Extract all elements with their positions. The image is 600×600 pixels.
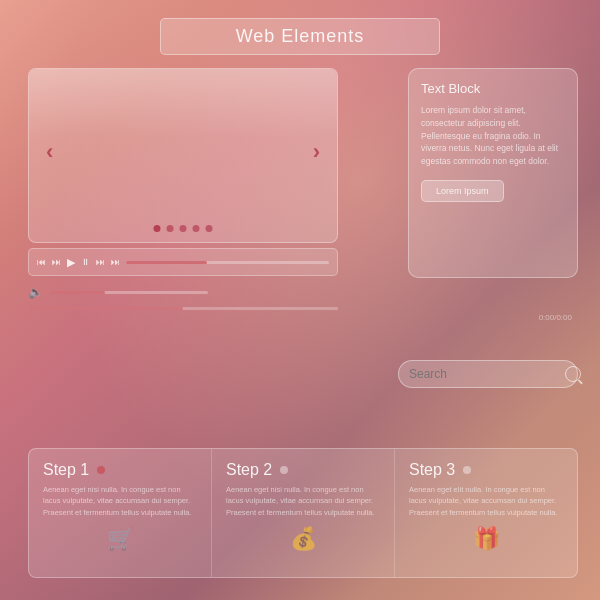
step-1-title: Step 1 (43, 461, 197, 479)
step-2-title: Step 2 (226, 461, 380, 479)
media-play-button[interactable]: ▶ (67, 256, 75, 269)
step-3-column: Step 3 Aenean eget elit nulla. In congue… (395, 449, 577, 577)
slide-dot-4[interactable] (193, 225, 200, 232)
media-skip-button[interactable]: ⏭ (111, 257, 120, 267)
volume-fill (50, 291, 105, 294)
slide-dot-3[interactable] (180, 225, 187, 232)
text-block-panel: Text Block Lorem ipsum dolor sit amet, c… (408, 68, 578, 278)
step-1-description: Aenean eget nisi nulla. In congue est no… (43, 484, 197, 518)
step-2-dot (280, 466, 288, 474)
text-block-title: Text Block (421, 81, 565, 96)
timeline-fill (28, 307, 183, 310)
volume-icon: 🔈 (28, 285, 43, 299)
media-next-button[interactable]: ⏭ (96, 257, 105, 267)
background: Web Elements ‹ › ⏮ ⏭ ▶ ⏸ ⏭ ⏭ 🔈 0:0 (0, 0, 600, 600)
text-block-body: Lorem ipsum dolor sit amet, consectetur … (421, 104, 565, 168)
slide-dots (154, 225, 213, 232)
step-3-icon: 🎁 (409, 526, 563, 552)
search-bar[interactable] (398, 360, 578, 388)
step-3-description: Aenean eget elit nulla. In congue est no… (409, 484, 563, 518)
lorem-ipsum-button[interactable]: Lorem Ipsum (421, 180, 504, 202)
volume-bar: 🔈 (28, 283, 208, 301)
search-icon (565, 366, 581, 382)
media-pause-button[interactable]: ⏸ (81, 257, 90, 267)
page-title: Web Elements (236, 26, 365, 46)
step-2-description: Aenean eget nisi nulla. In congue est no… (226, 484, 380, 518)
step-1-column: Step 1 Aenean eget nisi nulla. In congue… (29, 449, 212, 577)
slide-arrow-left[interactable]: ‹ (41, 134, 58, 170)
media-controls-bar: ⏮ ⏭ ▶ ⏸ ⏭ ⏭ (28, 248, 338, 276)
steps-panel: Step 1 Aenean eget nisi nulla. In congue… (28, 448, 578, 578)
step-2-column: Step 2 Aenean eget nisi nulla. In congue… (212, 449, 395, 577)
media-prev-button[interactable]: ⏭ (52, 257, 61, 267)
slide-dot-5[interactable] (206, 225, 213, 232)
step-3-dot (463, 466, 471, 474)
media-progress-bar[interactable] (126, 261, 329, 264)
step-3-title: Step 3 (409, 461, 563, 479)
volume-track[interactable] (50, 291, 208, 294)
media-progress-fill (126, 261, 207, 264)
step-1-dot (97, 466, 105, 474)
step-2-icon: 💰 (226, 526, 380, 552)
timeline-label: 0:00/0:00 (539, 313, 572, 322)
timeline-bar[interactable] (28, 307, 338, 310)
media-rewind-button[interactable]: ⏮ (37, 257, 46, 267)
slide-arrow-right[interactable]: › (308, 134, 325, 170)
step-1-icon: 🛒 (43, 526, 197, 552)
search-input[interactable] (409, 367, 559, 381)
slideshow-panel: ‹ › (28, 68, 338, 243)
slide-dot-2[interactable] (167, 225, 174, 232)
title-bar: Web Elements (160, 18, 440, 55)
slide-dot-1[interactable] (154, 225, 161, 232)
